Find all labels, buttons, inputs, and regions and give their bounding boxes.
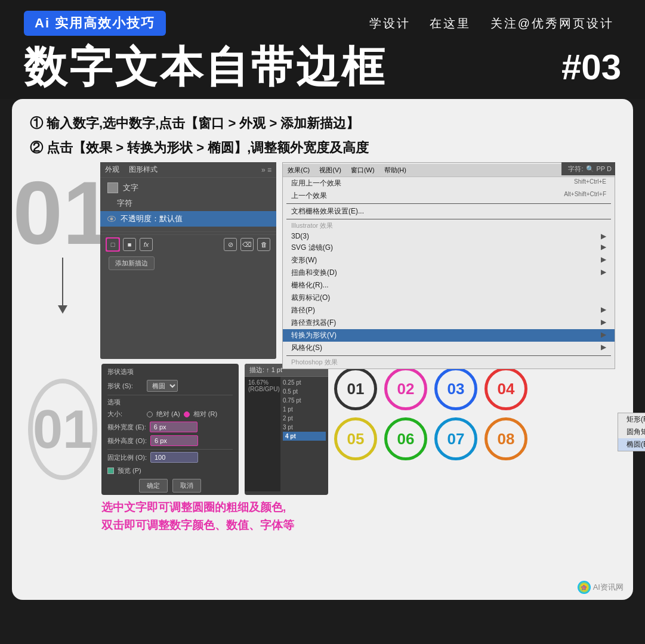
fx-svg-arrow: ▶	[601, 243, 606, 251]
ap-icon-fill[interactable]: ■	[123, 238, 136, 251]
slogan1: 学设计	[369, 17, 411, 30]
bottom-row-wrapper: 01 形状选项 形状 (S): 椭圆 选项 大小: 绝对 (A	[30, 364, 615, 495]
main-content: ① 输入数字,选中数字,点击【窗口 > 外观 > 添加新描边】 ② 点击【效果 …	[12, 99, 633, 600]
fx-doc-settings[interactable]: 文档栅格效果设置(E)...	[283, 205, 615, 218]
circle-06[interactable]: 06	[384, 417, 427, 460]
stroke-3[interactable]: 3 pt	[283, 423, 326, 432]
bottom-line2: 双击即可调整数字颜色、数值、字体等	[101, 516, 615, 534]
sp-extra-width-row: 额外宽度 (E):	[107, 422, 233, 432]
fx-last-effect[interactable]: 上一个效果 Alt+Shift+Ctrl+F	[283, 190, 615, 202]
fx-menu-view: 视图(V)	[319, 166, 341, 175]
fx-stylize-arrow: ▶	[601, 343, 606, 351]
arrow-line	[62, 258, 63, 305]
ap-icon-circle[interactable]: ⊘	[224, 238, 237, 251]
slogan2: 在这里	[430, 17, 471, 30]
sp-radio-absolute[interactable]	[147, 411, 153, 417]
ap-row-char: 字符	[100, 196, 276, 211]
title-band: 数字文本自带边框 #03	[0, 42, 645, 99]
bottom-text: 选中文字即可调整圆圈的粗细及颜色, 双击即可调整数字颜色、数值、字体等	[101, 499, 615, 535]
fx-warp[interactable]: 变形(W) ▶	[283, 254, 615, 267]
circle-03[interactable]: 03	[434, 367, 477, 410]
title-number: #03	[561, 47, 621, 88]
ap-icon-fx[interactable]: fx	[140, 238, 153, 251]
fx-path[interactable]: 路径(P) ▶	[283, 304, 615, 317]
fx-pathfinder[interactable]: 路径查找器(F) ▶	[283, 317, 615, 329]
sp-fixed-input[interactable]	[150, 452, 198, 463]
circle-07[interactable]: 07	[434, 417, 477, 460]
fx-stylize[interactable]: 风格化(S) ▶	[283, 342, 615, 354]
sp-radio-relative[interactable]	[184, 411, 190, 417]
circle-08[interactable]: 08	[484, 417, 527, 460]
fx-convert-shape[interactable]: 转换为形状(V) ▶ 矩形(R)... 圆角矩形(D)... 椭圆(E)...	[283, 329, 615, 342]
ap-tab-appearance[interactable]: 外观	[105, 165, 119, 175]
stroke-075[interactable]: 0.75 pt	[283, 396, 326, 405]
circle-05[interactable]: 05	[334, 417, 377, 460]
stroke-1[interactable]: 1 pt	[283, 405, 326, 414]
fx-rounded-rect[interactable]: 圆角矩形(D)...	[618, 426, 645, 438]
sp-cancel-button[interactable]: 取消	[172, 479, 201, 493]
bottom-line1: 选中文字即可调整圆圈的粗细及颜色,	[101, 499, 615, 516]
sp-shape-select[interactable]: 椭圆	[147, 380, 178, 392]
fx-rasterize[interactable]: 栅格化(R)...	[283, 279, 615, 292]
stroke-right: 0.25 pt 0.5 pt 0.75 pt 1 pt 2 pt 3 pt 4 …	[280, 377, 328, 491]
ap-collapse[interactable]: » ≡	[261, 166, 271, 174]
ap-text-label: 文字	[123, 182, 138, 193]
circle-01[interactable]: 01	[334, 367, 377, 410]
ap-row-opacity[interactable]: 不透明度：默认值	[100, 211, 276, 227]
fx-3d[interactable]: 3D(3) ▶	[283, 231, 615, 242]
ap-char-label: 字符	[117, 198, 132, 209]
fx-ai-section: Illustrator 效果	[283, 221, 615, 231]
fx-submenu: 矩形(R)... 圆角矩形(D)... 椭圆(E)...	[618, 413, 645, 451]
sp-divider2	[107, 449, 233, 450]
stroke-left: 16.67% (RGB/GPU)	[245, 377, 280, 491]
fx-apply-last[interactable]: 应用上一个效果 Shift+Ctrl+E	[283, 177, 615, 190]
fx-shape-arrow: ▶	[601, 330, 606, 339]
sp-fixed-label: 固定比例 (O):	[107, 453, 147, 462]
square-icon: □	[111, 241, 115, 248]
fx-path-arrow: ▶	[601, 305, 606, 314]
fx-distort[interactable]: 扭曲和变换(D) ▶	[283, 267, 615, 279]
sp-ok-button[interactable]: 确定	[139, 479, 168, 493]
bottom-left-col: 01	[30, 364, 95, 495]
ap-icon-delete[interactable]: ⌫	[240, 238, 254, 251]
stroke-content: 16.67% (RGB/GPU) 0.25 pt 0.5 pt 0.75 pt …	[245, 377, 328, 491]
ai-right-header: 字符: 🔍 PP D	[561, 162, 615, 175]
circle-02[interactable]: 02	[384, 367, 427, 410]
header-band: Ai 实用高效小技巧 学设计 在这里 关注@优秀网页设计	[0, 0, 645, 42]
fx-ps-section: Photoshop 效果	[283, 357, 615, 367]
circle-04[interactable]: 04	[484, 367, 527, 410]
sp-preview-checkbox[interactable]	[107, 467, 114, 474]
ap-tab-styles[interactable]: 图形样式	[129, 165, 158, 175]
sp-extra-height-input[interactable]	[150, 435, 198, 446]
sp-extra-width-input[interactable]	[150, 422, 197, 432]
effects-menu: 效果(C) 视图(V) 窗口(W) 帮助(H) 应用上一个效果 Shift+Ct…	[282, 162, 615, 369]
stroke-025[interactable]: 0.25 pt	[283, 378, 326, 387]
ai-char-label: 字符:	[568, 165, 583, 174]
fx-ellipse[interactable]: 椭圆(E)...	[618, 438, 645, 451]
ap-icon-square[interactable]: □	[106, 238, 119, 251]
fx-crop[interactable]: 裁剪标记(O)	[283, 292, 615, 304]
circle-01-big: 01	[28, 379, 97, 480]
sp-relative-label: 相对 (R)	[193, 410, 217, 419]
sp-options-label-row: 选项	[107, 398, 233, 407]
stroke-header-label: 描边: ↑ 1 pt	[249, 366, 282, 374]
brand-label: Ai 实用高效小技巧	[24, 11, 166, 36]
ap-panel-header: 外观 图形样式 » ≡	[100, 162, 276, 178]
fx-rect[interactable]: 矩形(R)...	[618, 413, 645, 426]
stroke-panel: 描边: ↑ 1 pt 16.67% (RGB/GPU) 0.25 pt 0.5 …	[245, 364, 328, 495]
circles-row1: 01 02 03 04	[334, 367, 615, 410]
ap-icon-trash[interactable]: 🗑	[257, 238, 270, 251]
follow: 关注@优秀网页设计	[490, 17, 614, 30]
watermark-icon: ✿	[578, 581, 591, 594]
stroke-2[interactable]: 2 pt	[283, 414, 326, 423]
stroke-4[interactable]: 4 pt	[283, 432, 326, 441]
header-right: 学设计 在这里 关注@优秀网页设计	[362, 16, 621, 32]
add-stroke-button[interactable]: 添加新描边	[109, 256, 155, 270]
stroke-05[interactable]: 0.5 pt	[283, 387, 326, 396]
ap-content: 文字 字符 不透明度：默认值	[100, 178, 276, 229]
fx-svg[interactable]: SVG 滤镜(G) ▶	[283, 242, 615, 254]
ap-add-area: 添加新描边	[100, 254, 276, 275]
effects-panel: 效果(C) 视图(V) 窗口(W) 帮助(H) 应用上一个效果 Shift+Ct…	[282, 162, 615, 359]
stroke-percentage: 16.67% (RGB/GPU)	[248, 379, 277, 392]
ai-search-icon: 🔍	[586, 165, 594, 173]
